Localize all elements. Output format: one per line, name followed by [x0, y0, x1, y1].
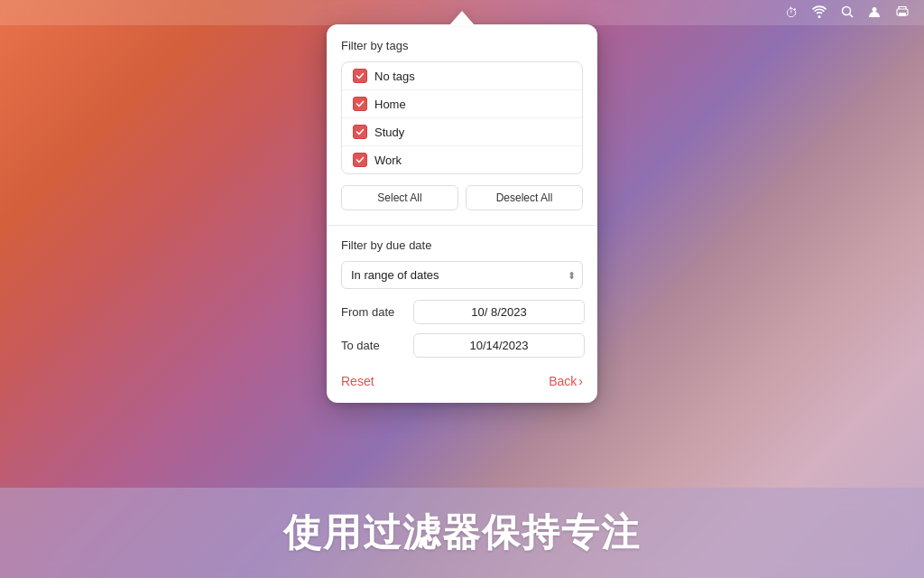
popup-arrow — [449, 11, 475, 25]
date-range-wrapper: In range of dates Before date After date… — [341, 261, 583, 289]
spotlight-icon — [841, 5, 854, 21]
svg-rect-4 — [899, 13, 906, 16]
tag-item-no-tags[interactable]: No tags — [342, 62, 582, 90]
filter-date-section: Filter by due date In range of dates Bef… — [341, 238, 583, 289]
time-machine-icon: ⏱ — [785, 5, 798, 20]
user-icon — [868, 5, 881, 21]
tag-item-home[interactable]: Home — [342, 90, 582, 118]
popup-footer: Reset Back › — [341, 374, 583, 388]
tag-checkbox-study[interactable] — [353, 125, 367, 139]
filter-date-title: Filter by due date — [341, 238, 583, 252]
to-date-field: To date — [341, 333, 583, 358]
svg-point-0 — [843, 6, 851, 14]
back-label: Back — [549, 374, 577, 388]
tag-checkbox-home[interactable] — [353, 97, 367, 111]
from-date-input[interactable] — [413, 300, 585, 324]
tags-list: No tags Home Study — [341, 61, 583, 174]
svg-point-2 — [873, 7, 877, 12]
tag-item-study[interactable]: Study — [342, 118, 582, 146]
from-date-label: From date — [341, 305, 404, 319]
reset-button[interactable]: Reset — [341, 374, 374, 388]
tag-item-work[interactable]: Work — [342, 146, 582, 173]
tag-action-buttons: Select All Deselect All — [341, 185, 583, 210]
select-all-button[interactable]: Select All — [341, 185, 458, 210]
bottom-text: 使用过滤器保持专注 — [283, 508, 641, 558]
section-divider — [327, 225, 597, 226]
tag-label-work: Work — [374, 154, 402, 167]
chevron-right-icon: › — [578, 374, 583, 388]
tag-checkbox-no-tags[interactable] — [353, 69, 367, 83]
deselect-all-button[interactable]: Deselect All — [466, 185, 583, 210]
tag-label-no-tags: No tags — [374, 70, 415, 83]
wifi-icon — [812, 5, 827, 21]
svg-line-1 — [850, 14, 854, 17]
tag-checkbox-work[interactable] — [353, 153, 367, 167]
tag-label-study: Study — [374, 126, 404, 139]
bottom-banner: 使用过滤器保持专注 — [0, 488, 924, 578]
popup-panel: Filter by tags No tags Home — [327, 24, 597, 403]
back-button[interactable]: Back › — [549, 374, 583, 388]
tag-label-home: Home — [374, 98, 406, 111]
filter-popup: Filter by tags No tags Home — [327, 11, 597, 403]
from-date-field: From date — [341, 300, 583, 324]
date-range-select[interactable]: In range of dates Before date After date… — [341, 261, 583, 289]
printer-icon — [895, 5, 910, 21]
to-date-input[interactable] — [413, 333, 585, 358]
filter-tags-title: Filter by tags — [341, 39, 583, 52]
to-date-label: To date — [341, 339, 404, 352]
